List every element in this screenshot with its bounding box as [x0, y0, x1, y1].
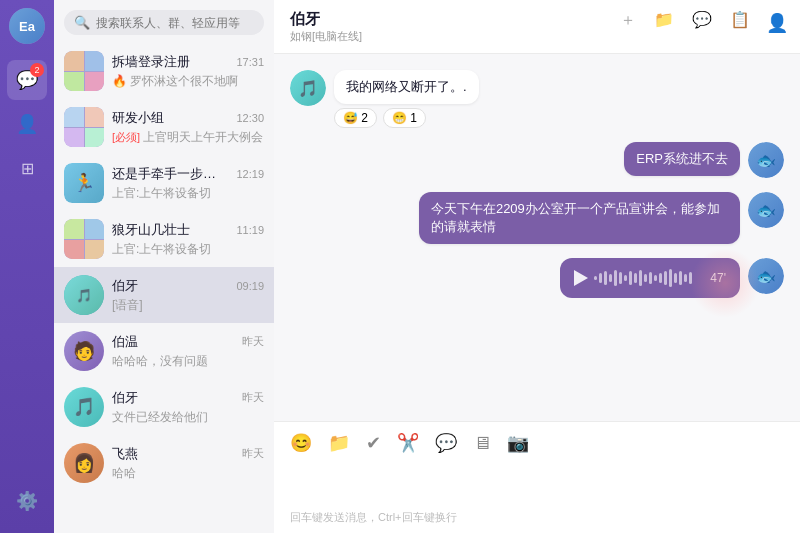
item-avatar: 🎵	[64, 387, 104, 427]
item-time: 12:30	[236, 112, 264, 124]
message-text: 我的网络又断开了。.	[346, 79, 467, 94]
item-name: 狼牙山几壮士	[112, 221, 190, 239]
chat-contact-status: 如钢[电脑在线]	[290, 29, 362, 44]
item-time: 昨天	[242, 390, 264, 405]
contacts-nav-icon[interactable]: 👤	[7, 104, 47, 144]
message-body: 47'	[560, 258, 740, 298]
header-actions: ＋ 📁 💬 📋	[620, 10, 750, 31]
item-content: 伯牙 昨天 文件已经发给他们	[112, 389, 264, 426]
item-avatar	[64, 51, 104, 91]
message-bubble-active: 今天下午在2209办公室开一个产品宣讲会，能参加的请就表情	[419, 192, 740, 244]
item-avatar: 🧑	[64, 331, 104, 371]
item-preview: [语音]	[112, 297, 264, 314]
message-body: 今天下午在2209办公室开一个产品宣讲会，能参加的请就表情	[419, 192, 740, 244]
item-content: 还是手牵手一步… 12:19 上官:上午将设备切	[112, 165, 264, 202]
item-preview: 🔥 罗怀淋这个很不地啊	[112, 73, 264, 90]
chat-nav-icon[interactable]: 💬 2	[7, 60, 47, 100]
settings-nav-icon[interactable]: ⚙️	[7, 481, 47, 521]
reaction-button[interactable]: 😅 2	[334, 108, 377, 128]
message-body: 我的网络又断开了。. 😅 2 😁 1	[334, 70, 479, 128]
chat-header: ＋ 📁 💬 📋 伯牙 如钢[电脑在线] 👤	[274, 0, 800, 54]
message-row: 🐟 ERP系统进不去	[290, 142, 784, 178]
task-icon[interactable]: ✔	[366, 432, 381, 454]
search-icon: 🔍	[74, 15, 90, 30]
item-time: 17:31	[236, 56, 264, 68]
scissors-icon[interactable]: ✂️	[397, 432, 419, 454]
item-content: 狼牙山几壮士 11:19 上官:上午将设备切	[112, 221, 264, 258]
chat-list-item[interactable]: 🏃 还是手牵手一步… 12:19 上官:上午将设备切	[54, 155, 274, 211]
message-text: ERP系统进不去	[636, 151, 728, 166]
message-avatar: 🐟	[748, 142, 784, 178]
sidebar: Ea 💬 2 👤 ⊞ ⚙️	[0, 0, 54, 533]
chat-icon[interactable]: 💬	[435, 432, 457, 454]
item-name: 伯牙	[112, 277, 138, 295]
item-avatar	[64, 107, 104, 147]
item-name: 伯牙	[112, 389, 138, 407]
add-icon[interactable]: ＋	[620, 10, 636, 31]
chat-badge: 2	[30, 63, 44, 77]
toolbar: 😊 📁 ✔ ✂️ 💬 🖥 📷	[290, 432, 784, 454]
input-area: 😊 📁 ✔ ✂️ 💬 🖥 📷 回车键发送消息，Ctrl+回车键换行	[274, 421, 800, 533]
item-time: 09:19	[236, 280, 264, 292]
chat-list-item[interactable]: 拆墙登录注册 17:31 🔥 罗怀淋这个很不地啊	[54, 43, 274, 99]
file-icon[interactable]: 📁	[328, 432, 350, 454]
item-time: 昨天	[242, 334, 264, 349]
voice-message[interactable]: 47'	[560, 258, 740, 298]
profile-icon[interactable]: 👤	[766, 12, 788, 34]
search-bar: 🔍	[54, 0, 274, 43]
item-avatar	[64, 219, 104, 259]
item-preview: [必须]上官明天上午开大例会 1	[112, 129, 264, 146]
chat-contact-name: 伯牙	[290, 10, 362, 29]
item-content: 飞燕 昨天 哈哈	[112, 445, 264, 482]
screen-icon[interactable]: 🖥	[473, 433, 491, 454]
chat-list-panel: 🔍 拆墙登录注册 17:31 🔥 罗怀淋这个很不地啊	[54, 0, 274, 533]
item-content: 伯牙 09:19 [语音]	[112, 277, 264, 314]
item-name: 拆墙登录注册	[112, 53, 190, 71]
chat-main: ＋ 📁 💬 📋 伯牙 如钢[电脑在线] 👤 🎵 我的网络又断开了。. 😅 2	[274, 0, 800, 533]
message-input[interactable]	[290, 462, 784, 502]
folder-icon[interactable]: 📁	[654, 10, 674, 31]
chat-items-list: 拆墙登录注册 17:31 🔥 罗怀淋这个很不地啊 研发	[54, 43, 274, 533]
reaction-button[interactable]: 😁 1	[383, 108, 426, 128]
item-name: 飞燕	[112, 445, 138, 463]
apps-nav-icon[interactable]: ⊞	[7, 148, 47, 188]
chat-list-item[interactable]: 🧑 伯温 昨天 哈哈哈，没有问题	[54, 323, 274, 379]
layout-icon[interactable]: 📋	[730, 10, 750, 31]
message-body: ERP系统进不去	[624, 142, 740, 176]
chat-header-info: 伯牙 如钢[电脑在线]	[290, 10, 362, 44]
item-time: 12:19	[236, 168, 264, 180]
item-preview: 文件已经发给他们	[112, 409, 264, 426]
chat-list-item[interactable]: 狼牙山几壮士 11:19 上官:上午将设备切	[54, 211, 274, 267]
chat-list-item[interactable]: 研发小组 12:30 [必须]上官明天上午开大例会 1	[54, 99, 274, 155]
item-avatar: 🏃	[64, 163, 104, 203]
play-icon	[574, 270, 588, 286]
chat-list-item[interactable]: 👩 飞燕 昨天 哈哈	[54, 435, 274, 491]
chat-list-item[interactable]: 🎵 伯牙 昨天 文件已经发给他们	[54, 379, 274, 435]
item-name: 研发小组	[112, 109, 164, 127]
camera-icon[interactable]: 📷	[507, 432, 529, 454]
emoji-icon[interactable]: 😊	[290, 432, 312, 454]
input-hint: 回车键发送消息，Ctrl+回车键换行	[290, 510, 784, 525]
item-preview: 上官:上午将设备切	[112, 185, 264, 202]
search-input-wrap: 🔍	[64, 10, 264, 35]
chat-list-item-active[interactable]: 🎵 伯牙 09:19 [语音]	[54, 267, 274, 323]
message-avatar: 🎵	[290, 70, 326, 106]
item-avatar: 👩	[64, 443, 104, 483]
voice-waveform	[594, 268, 704, 288]
voice-message-row: 🐟	[290, 258, 784, 298]
item-content: 拆墙登录注册 17:31 🔥 罗怀淋这个很不地啊	[112, 53, 264, 90]
avatar-label: Ea	[9, 8, 45, 44]
item-time: 11:19	[236, 224, 264, 236]
item-avatar: 🎵	[64, 275, 104, 315]
message-reactions: 😅 2 😁 1	[334, 108, 479, 128]
voice-duration: 47'	[710, 271, 726, 285]
search-input[interactable]	[96, 16, 254, 30]
message-row: 🎵 我的网络又断开了。. 😅 2 😁 1	[290, 70, 784, 128]
item-name: 还是手牵手一步…	[112, 165, 216, 183]
messages-area: 🎵 我的网络又断开了。. 😅 2 😁 1 🐟 ERP系统进不去	[274, 54, 800, 421]
message-row: 🐟 今天下午在2209办公室开一个产品宣讲会，能参加的请就表情	[290, 192, 784, 244]
chat-action-icon[interactable]: 💬	[692, 10, 712, 31]
message-text: 今天下午在2209办公室开一个产品宣讲会，能参加的请就表情	[431, 201, 720, 234]
user-avatar[interactable]: Ea	[9, 8, 45, 44]
message-bubble: 我的网络又断开了。.	[334, 70, 479, 104]
